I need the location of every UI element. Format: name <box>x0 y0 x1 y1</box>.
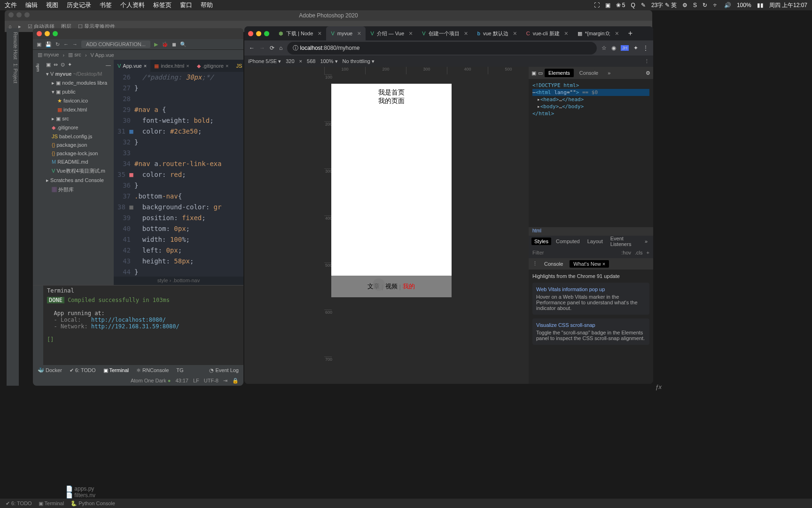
menu-item[interactable]: 历史记录 <box>67 1 91 9</box>
tree-item[interactable]: ▥ 外部库 <box>43 185 114 195</box>
news-card[interactable]: Web Vitals information pop up Hover on a… <box>532 283 649 315</box>
indent-icon[interactable]: ⇥ <box>223 378 227 384</box>
rnconsole-tab[interactable]: ⚛ RNConsole <box>136 367 169 373</box>
info-icon[interactable]: ⓘ <box>293 45 298 51</box>
volume-icon[interactable]: 🔊 <box>724 2 731 8</box>
line-ending[interactable]: LF <box>193 378 199 383</box>
forward-icon[interactable]: → <box>259 45 265 51</box>
run-icon[interactable]: ▶ <box>154 41 158 48</box>
device-select[interactable]: iPhone 5/SE ▾ <box>248 58 281 64</box>
browser-tab[interactable]: ▩*{margin:0;× <box>573 26 624 40</box>
save-icon[interactable]: 💾 <box>45 41 52 48</box>
menu-item[interactable]: 文件 <box>5 1 17 9</box>
wifi-icon[interactable]: ᯤ <box>713 2 718 8</box>
run-config-button[interactable]: ADD CONFIGURATION... <box>81 40 150 48</box>
device-icon[interactable]: ▭ <box>538 70 543 76</box>
close-icon[interactable]: × <box>186 63 189 69</box>
terminal-tab[interactable]: ▣ Terminal <box>39 500 64 507</box>
devtools-subtab[interactable]: Computed <box>553 238 583 245</box>
filter-input[interactable] <box>532 250 617 255</box>
device-width[interactable]: 320 <box>286 58 294 64</box>
address-bar[interactable]: ⓘ localhost:8080/myhome <box>287 42 597 55</box>
stop-icon[interactable]: ◼ <box>172 41 176 48</box>
tree-item[interactable]: ▦ index.html <box>43 105 114 114</box>
code-area[interactable]: 26 27 28 29 30 31 ■ 32 33 34 35 ■ 36 37 … <box>114 72 243 277</box>
search-icon[interactable]: 🔍 <box>180 41 187 48</box>
tree-item[interactable]: {} package.json <box>43 141 114 149</box>
forward-icon[interactable]: → <box>72 41 78 47</box>
back-icon[interactable]: ← <box>249 45 255 51</box>
browser-tab[interactable]: bvue 默认边× <box>473 26 522 40</box>
browser-tab[interactable]: Vmyvue× <box>326 26 366 40</box>
debug-icon[interactable]: 🐞 <box>162 41 168 48</box>
browser-tab[interactable]: V创建一个项目× <box>417 26 473 40</box>
rendered-page[interactable]: 我是首页 我的页面 文章| 视频| 我的 <box>331 84 452 297</box>
close-icon[interactable]: × <box>318 30 321 37</box>
npm-icon[interactable]: npm <box>36 64 40 72</box>
tree-item[interactable]: ▾ ▣ public <box>43 87 114 96</box>
window-controls[interactable] <box>8 12 30 17</box>
python-console-tab[interactable]: 🐍 Python Console <box>70 500 115 507</box>
reload-icon[interactable]: ⟳ <box>270 45 274 51</box>
crumb[interactable]: ▥ src <box>68 52 81 58</box>
close-icon[interactable]: × <box>464 30 468 37</box>
drawer-tab[interactable]: What's New × <box>570 260 609 268</box>
tree-item[interactable]: {} package-lock.json <box>43 149 114 158</box>
tree-item[interactable]: ▸ Scratches and Console <box>43 176 114 185</box>
close-icon[interactable]: × <box>602 261 605 267</box>
menu-item[interactable]: 视图 <box>46 1 58 9</box>
profile-icon[interactable]: ◉ <box>611 45 616 51</box>
nav-link[interactable]: 视频 <box>385 282 398 291</box>
encoding[interactable]: UTF-8 <box>204 378 219 383</box>
ext-icon[interactable]: JH <box>621 45 629 51</box>
battery-status[interactable]: 100% <box>737 2 751 8</box>
drawer-tab[interactable]: Console <box>540 260 567 268</box>
terminal-tab[interactable]: ▣ Terminal <box>103 367 129 373</box>
more-icon[interactable]: ⋮ <box>644 58 649 64</box>
inspect-icon[interactable]: ▣ <box>531 70 536 76</box>
editor-tab[interactable]: VApp.vue× <box>114 60 150 72</box>
close-icon[interactable]: × <box>144 63 147 69</box>
event-log[interactable]: ◔ Event Log <box>209 367 239 373</box>
editor-breadcrumb[interactable]: style › .bottom-nav <box>114 277 243 285</box>
editor-tab[interactable]: ▦index.html× <box>150 60 193 72</box>
window-controls[interactable] <box>248 31 269 36</box>
close-icon[interactable]: × <box>226 63 228 69</box>
menu-item[interactable]: 编辑 <box>25 1 38 9</box>
tree-item[interactable]: ▸ ▣ node_modules libra <box>43 79 114 87</box>
more-icon[interactable]: » <box>642 238 650 245</box>
sync-icon[interactable]: ↻ <box>703 2 707 8</box>
clock[interactable]: 周四 上午12:07 <box>769 1 807 9</box>
editor-tab[interactable]: ◆.gitignore× <box>193 60 233 72</box>
screencast-icon[interactable]: ⛶ <box>594 2 600 8</box>
tree-item[interactable]: JS babel.config.js <box>43 132 114 141</box>
menu-icon[interactable]: ⋮ <box>643 45 648 51</box>
close-icon[interactable]: × <box>357 30 361 37</box>
menu-item[interactable]: 标签页 <box>153 1 172 9</box>
s-icon[interactable]: S <box>693 2 697 8</box>
project-icon[interactable]: ▣ <box>46 62 51 68</box>
lock-icon[interactable]: 🔒 <box>232 378 239 384</box>
note-icon[interactable]: ✎ <box>641 2 646 8</box>
cursor-pos[interactable]: 43:17 <box>175 378 188 383</box>
more-icon[interactable]: » <box>604 69 614 77</box>
star-icon[interactable]: ☆ <box>601 45 607 51</box>
news-card[interactable]: Visualize CSS scroll-snap Toggle the "sc… <box>532 318 649 345</box>
crumb[interactable]: ▥ myvue <box>38 52 59 58</box>
hov-toggle[interactable]: :hov <box>621 250 631 255</box>
theme[interactable]: Atom One Dark ● <box>131 378 171 383</box>
devtools-subtab[interactable]: Event Listeners <box>608 235 640 248</box>
browser-tab[interactable]: ⬢下载 | Node× <box>274 26 326 40</box>
docker-tab[interactable]: 🐳 Docker <box>38 367 62 373</box>
close-icon[interactable]: × <box>409 30 413 37</box>
cls-toggle[interactable]: .cls <box>635 250 643 255</box>
dom-tree[interactable]: <!DOCTYPE html> ⋯<html lang=""> == $0 ▸<… <box>529 79 653 120</box>
menu-item[interactable]: 个人资料 <box>120 1 145 9</box>
ime-status[interactable]: 23字 ✎ 英 <box>651 1 677 9</box>
collapse-icon[interactable]: ⇔ <box>54 62 58 68</box>
crumb[interactable]: V App.vue <box>91 52 114 58</box>
hide-icon[interactable]: — <box>106 62 111 68</box>
device-height[interactable]: 568 <box>307 58 315 64</box>
extensions-icon[interactable]: ✦ <box>633 45 638 51</box>
gear-icon[interactable]: ⚙ <box>646 70 650 76</box>
